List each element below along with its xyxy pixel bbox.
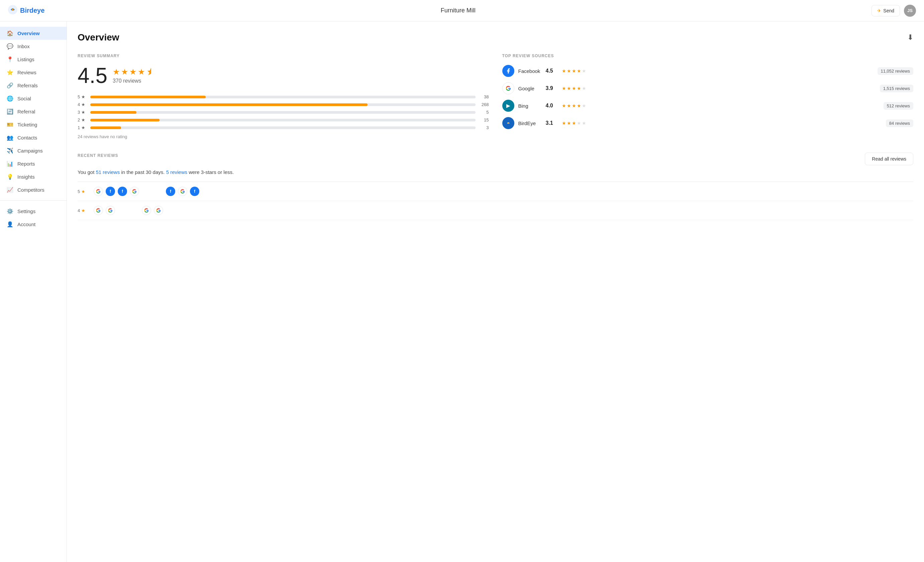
bar-fill-5	[90, 96, 206, 98]
mini-facebook-icon-4: f	[190, 187, 200, 196]
rating-stars-info: ★ ★ ★ ★ ⯨ 370 reviews	[113, 67, 154, 84]
facebook-name: Facebook	[518, 68, 542, 74]
birdeye-source-icon	[502, 117, 514, 129]
send-button[interactable]: ✈ Send	[872, 5, 900, 17]
bar-track-2	[90, 119, 476, 122]
row-source-icons-4	[94, 206, 913, 215]
sidebar-label-referrals: Referrals	[17, 83, 38, 88]
b-star-3: ★	[572, 103, 576, 108]
mini-google-4-4	[154, 206, 163, 215]
source-list: Facebook 4.5 ★ ★ ★ ★ ★ 11,052 reviews	[502, 65, 914, 129]
b-star-5: ★	[582, 103, 586, 108]
facebook-count: 11,052 reviews	[878, 67, 913, 75]
bar-track-1	[90, 126, 476, 129]
sidebar-item-reviews[interactable]: ⭐ Reviews	[0, 66, 66, 79]
star-2: ★	[121, 67, 128, 77]
sidebar-item-settings[interactable]: ⚙️ Settings	[0, 205, 66, 218]
sidebar-item-ticketing[interactable]: 🎫 Ticketing	[0, 118, 66, 131]
svg-point-1	[12, 9, 14, 11]
bar-fill-4	[90, 104, 368, 106]
read-all-reviews-button[interactable]: Read all reviews	[865, 153, 913, 165]
recent-reviews-link-51[interactable]: 51 reviews	[96, 169, 120, 175]
sidebar-item-insights[interactable]: 💡 Insights	[0, 170, 66, 183]
sidebar-label-contacts: Contacts	[17, 135, 37, 140]
bar-fill-3	[90, 111, 136, 114]
g-star-1: ★	[562, 86, 566, 91]
bar-row-5: 5 ★ 38	[78, 94, 489, 99]
sidebar-label-social: Social	[17, 96, 31, 101]
ticketing-icon: 🎫	[7, 122, 14, 128]
review-summary-label: REVIEW SUMMARY	[78, 54, 489, 58]
star-bars: 5 ★ 38 4 ★ 268	[78, 94, 489, 130]
inbox-icon: 💬	[7, 43, 14, 50]
account-icon: 👤	[7, 221, 14, 227]
sidebar-item-contacts[interactable]: 👥 Contacts	[0, 131, 66, 144]
reports-icon: 📊	[7, 161, 14, 167]
b-star-1: ★	[562, 103, 566, 108]
referral-icon: 🔄	[7, 108, 14, 115]
sidebar-item-referrals[interactable]: 🔗 Referrals	[0, 79, 66, 92]
recent-reviews-text-mid: in the past 30 days.	[121, 169, 166, 175]
g-star-5: ★	[582, 86, 586, 91]
g-star-3: ★	[572, 86, 576, 91]
sidebar-item-competitors[interactable]: 📈 Competitors	[0, 183, 66, 196]
rating-big: 4.5 ★ ★ ★ ★ ⯨ 370 reviews	[78, 65, 489, 86]
sidebar-item-reports[interactable]: 📊 Reports	[0, 157, 66, 170]
recent-reviews-link-5[interactable]: 5 reviews	[166, 169, 187, 175]
bar-count-1: 3	[478, 125, 489, 130]
sidebar-item-inbox[interactable]: 💬 Inbox	[0, 40, 66, 53]
recent-reviews-section: RECENT REVIEWS Read all reviews You got …	[78, 153, 913, 220]
sidebar-item-overview[interactable]: 🏠 Overview	[0, 27, 66, 40]
be-star-4: ★	[577, 120, 581, 126]
row-star-icon-5: ★	[81, 189, 85, 194]
row-source-icons-5: f f f f	[94, 187, 913, 196]
table-row: 5 ★ f f f	[78, 182, 913, 201]
sidebar-label-reports: Reports	[17, 161, 35, 167]
two-column-section: REVIEW SUMMARY 4.5 ★ ★ ★ ★ ⯨ 370 review	[78, 54, 913, 139]
settings-icon: ⚙️	[7, 208, 14, 215]
sidebar-item-listings[interactable]: 📍 Listings	[0, 53, 66, 66]
bar-row-2: 2 ★ 15	[78, 117, 489, 122]
logo: Birdeye	[8, 5, 45, 17]
fb-star-1: ★	[562, 68, 566, 74]
logo-text: Birdeye	[20, 7, 45, 14]
sidebar-item-campaigns[interactable]: ✈️ Campaigns	[0, 144, 66, 157]
logo-icon	[8, 5, 17, 17]
sidebar-item-account[interactable]: 👤 Account	[0, 218, 66, 231]
fb-star-4: ★	[577, 68, 581, 74]
sidebar-item-referral[interactable]: 🔄 Referral	[0, 105, 66, 118]
sidebar-label-referral: Referral	[17, 109, 35, 114]
fb-star-3: ★	[572, 68, 576, 74]
bar-count-4: 268	[478, 102, 489, 107]
sidebar-label-inbox: Inbox	[17, 44, 30, 49]
mini-facebook-icon-3: f	[166, 187, 175, 196]
be-star-1: ★	[562, 120, 566, 126]
download-icon[interactable]: ⬇	[907, 33, 913, 42]
avatar: JS	[904, 5, 916, 17]
google-count: 1,515 reviews	[880, 85, 913, 92]
sidebar-item-social[interactable]: 🌐 Social	[0, 92, 66, 105]
main-layout: 🏠 Overview 💬 Inbox 📍 Listings ⭐ Reviews …	[0, 21, 924, 562]
birdeye-name: BirdEye	[518, 120, 542, 126]
bar-row-3: 3 ★ 5	[78, 110, 489, 115]
mini-facebook-icon: f	[106, 187, 115, 196]
listings-icon: 📍	[7, 56, 14, 63]
stars-row: ★ ★ ★ ★ ⯨	[113, 67, 154, 77]
topbar: Birdeye Furniture Mill ✈ Send JS	[0, 0, 924, 21]
main-content: Overview ⬇ REVIEW SUMMARY 4.5 ★ ★ ★	[67, 21, 924, 562]
bar-track-3	[90, 111, 476, 114]
no-rating-note: 24 reviews have no rating	[78, 134, 489, 139]
recent-reviews-label: RECENT REVIEWS	[78, 153, 118, 158]
mini-google-4-3	[142, 206, 151, 215]
overview-header: Overview ⬇	[78, 32, 913, 43]
top-sources-label: TOP REVIEW SOURCES	[502, 54, 914, 58]
send-label: Send	[883, 8, 894, 14]
insights-icon: 💡	[7, 174, 14, 180]
facebook-stars: ★ ★ ★ ★ ★	[562, 68, 586, 74]
sidebar: 🏠 Overview 💬 Inbox 📍 Listings ⭐ Reviews …	[0, 21, 67, 562]
sidebar-label-reviews: Reviews	[17, 69, 36, 75]
source-row-birdeye: BirdEye 3.1 ★ ★ ★ ★ ★ 84 reviews	[502, 117, 914, 129]
row-stars-4: 4 ★	[78, 208, 91, 213]
bar-fill-2	[90, 119, 159, 122]
recent-reviews-text-before: You got	[78, 169, 96, 175]
